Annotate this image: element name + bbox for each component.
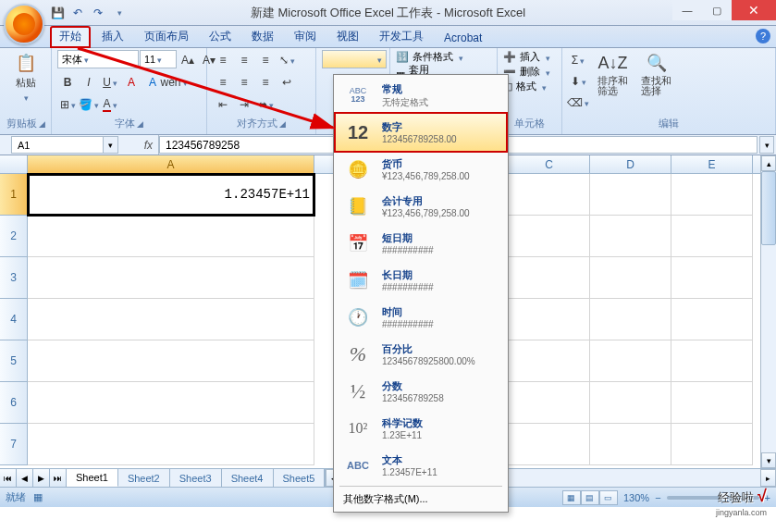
tab-formulas[interactable]: 公式 [200,26,240,47]
sheet-nav-prev-icon[interactable]: ◀ [17,469,33,487]
cell[interactable]: 1.23457E+11 [28,174,314,216]
row-header[interactable]: 3 [0,257,28,299]
cell[interactable] [509,257,590,299]
format-option-科学记数[interactable]: 10²科学记数1.23E+11 [336,410,506,447]
increase-font-icon[interactable]: A▴ [178,50,198,70]
align-top-icon[interactable]: ≡ [213,50,233,70]
row-header[interactable]: 1 [0,174,28,216]
paste-button[interactable]: 📋 粘贴 [11,50,41,105]
alignment-launcher-icon[interactable]: ◢ [279,119,286,129]
number-format-combo[interactable] [322,50,387,68]
format-option-时间[interactable]: 🕐时间########## [336,299,506,336]
cell[interactable] [671,174,753,216]
close-button[interactable]: ✕ [732,0,776,20]
cell[interactable] [509,340,590,382]
increase-indent-icon[interactable]: ⇥ [234,94,254,115]
fill-color-button[interactable]: 🪣 [79,94,99,115]
view-page-break-icon[interactable]: ▭ [599,490,618,505]
merge-cells-icon[interactable]: ⬌ [255,94,276,115]
format-option-货币[interactable]: 🪙货币¥123,456,789,258.00 [336,151,506,188]
align-right-icon[interactable]: ≡ [255,72,276,93]
cell[interactable] [671,424,753,465]
font-color-button[interactable]: A [100,94,120,115]
clipboard-launcher-icon[interactable]: ◢ [39,119,45,129]
align-bottom-icon[interactable]: ≡ [255,50,276,70]
wrap-text-icon[interactable]: ↩ [277,72,297,93]
cell[interactable] [509,424,590,465]
format-option-分数[interactable]: ½分数123456789258 [336,373,506,410]
font-launcher-icon[interactable]: ◢ [137,119,143,129]
cell[interactable] [590,174,671,216]
cell[interactable] [28,382,314,424]
column-header-d[interactable]: D [590,155,671,173]
sheet-nav-last-icon[interactable]: ⏭ [50,469,67,487]
find-select-button[interactable]: 🔍 查找和 选择 [637,50,675,98]
minimize-button[interactable]: ― [672,0,702,20]
format-option-文本[interactable]: ABC文本1.23457E+11 [336,447,506,484]
view-page-layout-icon[interactable]: ▤ [581,490,599,505]
cell[interactable] [671,257,753,299]
tab-data[interactable]: 数据 [242,26,283,47]
row-header[interactable]: 2 [0,216,28,257]
format-option-数字[interactable]: 12数字123456789258.00 [336,114,506,151]
underline-button[interactable]: U [100,72,120,93]
autosum-icon[interactable]: Σ [568,50,588,70]
view-normal-icon[interactable]: ▦ [562,490,581,505]
name-box-dropdown[interactable]: ▾ [104,136,118,154]
tab-view[interactable]: 视图 [327,26,368,47]
cell[interactable] [671,382,753,424]
cell[interactable] [671,216,753,257]
scroll-right-icon[interactable]: ▸ [760,469,776,487]
delete-cells-button[interactable]: ➖删除 [503,65,550,79]
zoom-level[interactable]: 130% [623,492,649,503]
sheet-tab-5[interactable]: Sheet5 [274,469,326,487]
clear-icon[interactable]: ⌫ [568,93,588,113]
column-header-e[interactable]: E [671,155,753,173]
sheet-nav-next-icon[interactable]: ▶ [33,469,50,487]
vscroll-thumb[interactable] [761,171,776,245]
tab-developer[interactable]: 开发工具 [370,26,433,47]
italic-button[interactable]: I [79,72,99,93]
maximize-button[interactable]: ▢ [702,0,732,20]
cell[interactable] [671,340,753,382]
sheet-nav-first-icon[interactable]: ⏮ [0,469,17,487]
cell[interactable] [590,424,671,465]
cell[interactable] [28,340,314,382]
grow-font-icon[interactable]: A [121,72,142,93]
vertical-scrollbar[interactable]: ▴ ▾ [760,155,776,468]
format-option-会计专用[interactable]: 📒会计专用¥123,456,789,258.00 [336,188,506,225]
column-header-a[interactable]: A [28,155,314,173]
cell[interactable] [509,299,590,340]
sheet-tab-4[interactable]: Sheet4 [222,469,274,487]
scroll-down-icon[interactable]: ▾ [761,452,776,468]
select-all-corner[interactable] [0,155,28,173]
row-header[interactable]: 4 [0,299,28,340]
formula-expand-icon[interactable]: ▾ [759,136,774,154]
cell[interactable] [590,382,671,424]
format-option-长日期[interactable]: 🗓️长日期########## [336,262,506,299]
sort-filter-button[interactable]: A↓Z 排序和 筛选 [594,50,632,98]
cell[interactable] [509,382,590,424]
cell[interactable] [509,174,590,216]
format-option-短日期[interactable]: 📅短日期########## [336,225,506,262]
sheet-tab-2[interactable]: Sheet2 [118,469,170,487]
tab-insert[interactable]: 插入 [92,26,133,47]
phonetic-button[interactable]: wén [164,72,184,93]
cell[interactable] [671,299,753,340]
office-button[interactable] [4,4,44,44]
row-header[interactable]: 7 [0,424,28,465]
decrease-indent-icon[interactable]: ⇤ [213,94,233,115]
tab-page-layout[interactable]: 页面布局 [135,26,198,47]
format-cells-button[interactable]: ◧格式 [503,80,547,93]
bold-button[interactable]: B [57,72,78,93]
sheet-tab-1[interactable]: Sheet1 [67,469,118,487]
cell[interactable] [590,257,671,299]
conditional-format-button[interactable]: 🔢条件格式 [396,50,463,64]
tab-review[interactable]: 审阅 [285,26,326,47]
column-header-c[interactable]: C [509,155,590,173]
cell[interactable] [28,424,314,465]
fill-icon[interactable]: ⬇ [568,71,588,92]
format-option-百分比[interactable]: %百分比12345678925800.00% [336,336,506,373]
cell[interactable] [28,299,314,340]
undo-icon[interactable]: ↶ [70,6,85,20]
